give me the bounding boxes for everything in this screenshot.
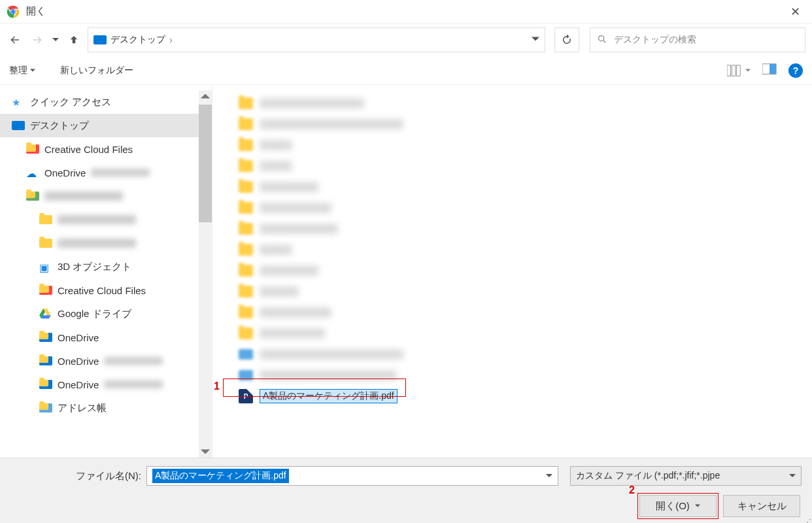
window-title: 開く (26, 5, 46, 18)
tree-item[interactable]: Creative Cloud Files (0, 137, 199, 161)
folder-icon (239, 328, 253, 339)
star-icon: ★ (12, 97, 25, 107)
new-folder-button[interactable]: 新しいフォルダー (60, 65, 133, 76)
file-item[interactable] (239, 281, 799, 302)
folder-icon (239, 139, 253, 151)
search-input[interactable]: デスクトップの検索 (590, 27, 805, 52)
chevron-down-icon (789, 473, 796, 479)
tree-item[interactable]: OneDrive (0, 349, 199, 373)
folder-icon (39, 239, 52, 248)
breadcrumb[interactable]: デスクトップ › (88, 27, 545, 52)
open-button[interactable]: 開く(O) (639, 495, 717, 517)
file-label (260, 98, 364, 109)
folder-icon (239, 286, 253, 297)
folder-tree[interactable]: ★クイック アクセスデスクトップCreative Cloud Files☁One… (0, 85, 212, 458)
monitor-icon (93, 35, 107, 44)
chevron-down-icon[interactable] (532, 35, 539, 45)
scrollbar-thumb[interactable] (199, 105, 212, 222)
monitor-icon (12, 121, 25, 130)
svg-rect-6 (732, 65, 736, 76)
file-item[interactable] (239, 156, 799, 177)
tree-item[interactable]: デスクトップ (0, 114, 199, 137)
help-button[interactable]: ? (788, 63, 803, 78)
tree-item-label: クイック アクセス (30, 96, 111, 109)
svg-rect-7 (737, 65, 741, 76)
file-item[interactable] (239, 93, 799, 114)
folder-icon (239, 307, 253, 318)
file-item[interactable] (239, 218, 799, 239)
tree-item[interactable]: ★クイック アクセス (0, 90, 199, 114)
tree-item[interactable] (0, 184, 199, 208)
file-item[interactable] (239, 344, 799, 365)
filetype-select[interactable]: カスタム ファイル (*.pdf;*.jfif;*.pjpe (570, 466, 802, 486)
close-icon[interactable]: ✕ (785, 2, 805, 22)
svg-point-3 (11, 10, 15, 14)
annotation-1: 1 (214, 380, 220, 392)
annotation-box-1 (223, 379, 406, 397)
forward-button[interactable] (29, 31, 46, 48)
tree-item[interactable] (0, 208, 199, 231)
scrollbar[interactable] (199, 90, 212, 458)
tree-item[interactable]: ▣3D オブジェクト (0, 255, 199, 278)
file-label (260, 307, 331, 318)
preview-icon (762, 63, 777, 75)
folder-icon (239, 265, 253, 277)
tree-item-suffix (91, 169, 150, 177)
search-placeholder: デスクトップの検索 (614, 34, 696, 46)
file-item[interactable] (239, 260, 799, 281)
preview-pane-button[interactable] (762, 63, 777, 77)
file-label (260, 203, 331, 213)
chevron-down-icon[interactable] (199, 446, 212, 458)
tree-item-label: OneDrive (58, 356, 99, 367)
chrome-icon (7, 5, 20, 18)
tree-item[interactable]: アドレス帳 (0, 396, 199, 420)
tree-item[interactable]: Creative Cloud Files (0, 278, 199, 302)
tree-item[interactable]: Google ドライブ (0, 302, 199, 326)
file-label (260, 328, 325, 339)
up-button[interactable] (65, 31, 82, 48)
file-item[interactable] (239, 302, 799, 323)
file-item[interactable] (239, 239, 799, 260)
folder-onedrive-icon (39, 380, 52, 389)
file-label (260, 349, 403, 360)
chevron-down-icon[interactable] (546, 473, 552, 479)
file-label (260, 119, 403, 129)
folder-icon (239, 97, 253, 109)
file-label (260, 286, 299, 297)
tree-item-label: OneDrive (58, 379, 99, 390)
tree-item-label: Creative Cloud Files (44, 144, 133, 155)
resize-grip-icon[interactable]: ⋰ (804, 518, 809, 523)
file-item[interactable] (239, 197, 799, 218)
tree-item[interactable]: ☁OneDrive (0, 161, 199, 184)
tree-item-label (44, 192, 123, 201)
chevron-right-icon: › (169, 35, 173, 45)
filename-label: ファイル名(N): (76, 470, 141, 482)
file-item[interactable] (239, 323, 799, 344)
file-list[interactable]: PA製品のマーケティング計画.pdf 1 (212, 85, 812, 458)
organize-menu[interactable]: 整理 (9, 65, 35, 76)
tree-item[interactable]: OneDrive (0, 326, 199, 349)
tree-item[interactable] (0, 231, 199, 255)
refresh-button[interactable] (554, 27, 579, 52)
search-icon (597, 34, 607, 46)
chevron-down-icon (695, 503, 700, 509)
history-dropdown[interactable] (51, 31, 60, 48)
folder-onedrive-icon (39, 333, 52, 342)
file-item[interactable] (239, 177, 799, 197)
tree-item[interactable]: OneDrive (0, 373, 199, 396)
file-label (260, 140, 292, 150)
folder-icon (239, 202, 253, 214)
folder-onedrive-icon (39, 356, 52, 365)
cloud-icon: ☁ (26, 167, 39, 178)
filename-input[interactable]: A製品のマーケティング計画.pdf (146, 466, 558, 486)
folder-user-icon (26, 192, 39, 201)
cancel-button[interactable]: キャンセル (723, 495, 800, 517)
file-item[interactable] (239, 114, 799, 135)
svg-rect-5 (727, 65, 731, 76)
folder-cc-icon (39, 286, 52, 295)
chevron-up-icon[interactable] (199, 90, 212, 102)
back-button[interactable] (7, 31, 24, 48)
folder-icon (239, 118, 253, 130)
view-mode-button[interactable] (727, 65, 751, 76)
file-item[interactable] (239, 135, 799, 156)
